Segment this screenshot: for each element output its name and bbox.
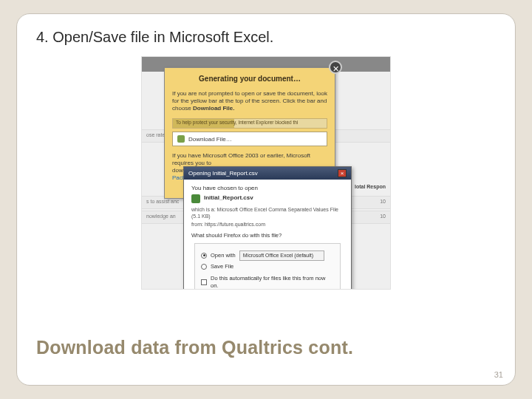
remember-label: Do this automatically for files like thi… bbox=[211, 275, 334, 290]
file-icon bbox=[191, 194, 200, 203]
bg-cell: s to assist anc bbox=[146, 199, 179, 206]
dialog-title: Opening Initial_Report.csv bbox=[188, 170, 258, 177]
file-type-text: which is a: Microsoft Office Excel Comma… bbox=[191, 206, 344, 220]
gen-text-bold: Download File. bbox=[193, 105, 234, 112]
application-select[interactable]: Microsoft Office Excel (default) bbox=[239, 250, 324, 260]
bg-cell: nowledge an bbox=[146, 214, 176, 221]
file-from-text: from: https://future.qualtrics.com bbox=[191, 221, 344, 228]
generating-body: If you are not prompted to open or save … bbox=[165, 87, 335, 115]
ie-info-bar: To help protect your security, Internet … bbox=[172, 118, 327, 129]
open-with-choice[interactable]: Open with Microsoft Office Excel (defaul… bbox=[201, 250, 334, 260]
dialog-question: What should Firefox do with this file? bbox=[191, 232, 344, 239]
gen-text: If you have Microsoft Office 2003 or ear… bbox=[172, 152, 310, 166]
ie-info-bar-text: To help protect your security, Internet … bbox=[176, 120, 298, 125]
page-number: 31 bbox=[494, 370, 503, 379]
checkbox-icon[interactable] bbox=[201, 279, 207, 285]
dialog-titlebar: Opening Initial_Report.csv × bbox=[184, 167, 351, 180]
save-file-label: Save File bbox=[211, 263, 233, 270]
slide-title: Download data from Qualtrics cont. bbox=[36, 337, 353, 358]
bg-cell: 10 bbox=[380, 214, 386, 221]
file-name: Initial_Report.csv bbox=[204, 194, 253, 202]
radio-icon[interactable] bbox=[201, 253, 207, 259]
dialog-text: You have chosen to open bbox=[191, 185, 344, 193]
dialog-content: You have chosen to open Initial_Report.c… bbox=[184, 180, 351, 290]
slide-frame: 4. Open/Save file in Microsoft Excel. or… bbox=[16, 13, 516, 386]
bg-cell: 10 bbox=[380, 199, 386, 206]
instruction-text: 4. Open/Save file in Microsoft Excel. bbox=[36, 29, 496, 46]
generating-title: Generating your document… bbox=[165, 68, 335, 87]
open-with-label: Open with bbox=[211, 252, 236, 259]
remember-choice[interactable]: Do this automatically for files like thi… bbox=[201, 275, 334, 290]
download-file-menu-item[interactable]: Download File… bbox=[172, 132, 327, 146]
file-row: Initial_Report.csv bbox=[191, 194, 344, 203]
firefox-download-dialog: Opening Initial_Report.csv × You have ch… bbox=[183, 166, 352, 290]
radio-icon[interactable] bbox=[201, 264, 207, 270]
embedded-screenshot: ort.. ose rate fici s to assist anc 10 n… bbox=[141, 56, 391, 290]
choice-group: Open with Microsoft Office Excel (defaul… bbox=[194, 243, 341, 290]
close-icon[interactable]: × bbox=[338, 169, 347, 177]
download-icon bbox=[177, 135, 185, 143]
save-file-choice[interactable]: Save File bbox=[201, 263, 334, 270]
close-icon[interactable]: ✕ bbox=[329, 61, 342, 74]
download-file-label: Download File… bbox=[188, 136, 232, 143]
bg-column-header: lotal Respon bbox=[355, 184, 386, 189]
